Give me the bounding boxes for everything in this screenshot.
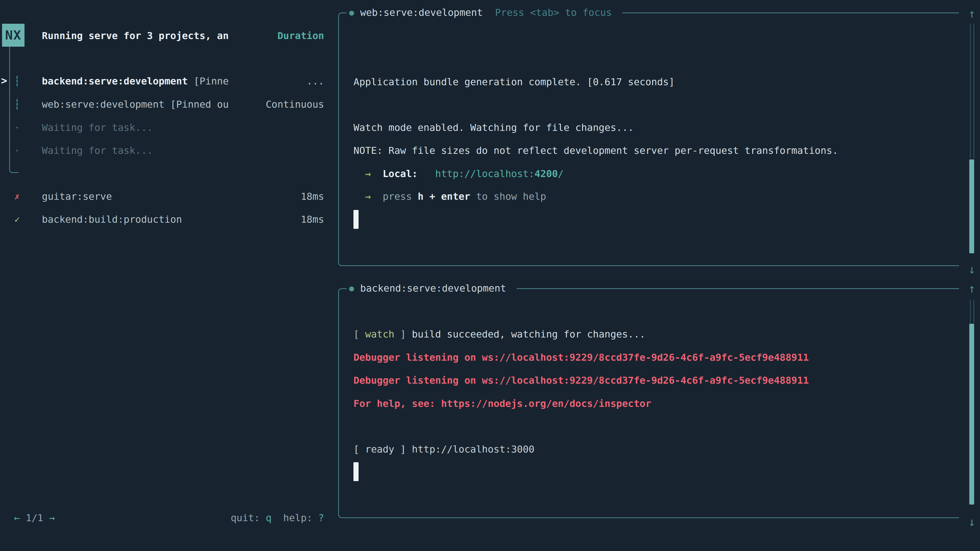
task-name: Waiting for task... — [42, 143, 153, 158]
scroll-up-icon[interactable]: ↑ — [965, 6, 978, 21]
task-name: web:serve:development [Pinned ou — [42, 97, 229, 111]
scrollbar-track[interactable] — [970, 300, 974, 323]
selection-arrow-icon: > — [1, 73, 7, 88]
quit-label: quit: — [231, 512, 266, 524]
text-segment: → — [365, 168, 371, 179]
text-segment: Waiting for task... — [42, 145, 153, 156]
text-segment: Local: — [383, 168, 417, 179]
text-segment: backend:build:production — [42, 214, 182, 225]
panel-title-text: web:serve:development — [360, 5, 483, 20]
console-line: [ ready ] http://localhost:3000 — [353, 442, 535, 456]
text-segment: Watch mode enabled. Watching for file ch… — [353, 122, 634, 133]
console-line: → Local: http://localhost:4200/ — [353, 167, 564, 181]
console-line: Debugger listening on ws://localhost:922… — [353, 350, 809, 365]
task-right-value: ... — [307, 74, 324, 88]
scroll-down-icon[interactable]: ↓ — [965, 515, 978, 529]
scroll-up-icon[interactable]: ↑ — [965, 281, 978, 295]
console-line: For help, see: https://nodejs.org/en/doc… — [353, 396, 651, 411]
console-line: Watch mode enabled. Watching for file ch… — [353, 121, 634, 135]
text-segment: [ ready ] http://localhost:3000 — [353, 444, 535, 455]
url-link[interactable]: 4200 — [535, 168, 558, 179]
text-segment: watch — [365, 329, 394, 340]
text-segment: For help, see: https://nodejs.org/en/doc… — [353, 398, 651, 409]
text-segment: NOTE: Raw file sizes do not reflect deve… — [353, 145, 838, 156]
task-list-title: Running serve for 3 projects, an — [42, 29, 229, 43]
text-segment: [ — [353, 329, 365, 340]
terminal-cursor — [353, 462, 359, 481]
quit-key: q — [266, 512, 272, 524]
text-segment: ] — [394, 329, 412, 340]
text-segment: web:serve:development [Pinned ou — [42, 99, 229, 110]
scroll-down-icon[interactable]: ↓ — [965, 262, 978, 276]
page-indicator-value: 1/1 — [26, 512, 43, 524]
panel-web-serve-title[interactable]: ● web:serve:development Press <tab> to f… — [347, 5, 622, 20]
text-segment: press — [383, 191, 417, 202]
text-segment: to show help — [470, 191, 546, 202]
terminal-cursor — [353, 210, 359, 229]
task-right-value: 18ms — [301, 212, 324, 227]
console-line: → press h + enter to show help — [353, 189, 546, 203]
panel-title-text: backend:serve:development — [360, 281, 506, 295]
duration-column-header: Duration — [277, 29, 324, 43]
text-segment — [353, 191, 365, 202]
success-icon: ✓ — [12, 212, 22, 227]
url-link[interactable]: http://localhost: — [435, 168, 535, 179]
task-right-value: Continuous — [266, 97, 324, 111]
text-segment — [371, 191, 383, 202]
help-key: ? — [318, 512, 324, 524]
focus-hint: Press <tab> to focus — [495, 5, 612, 20]
task-name: Waiting for task... — [42, 121, 153, 135]
waiting_dot-icon: · — [12, 143, 22, 158]
text-segment: Application bundle generation complete. … — [353, 76, 675, 87]
panel-web-serve — [338, 13, 959, 266]
task-name: backend:serve:development [Pinne — [42, 74, 229, 88]
text-segment: guitar:serve — [42, 191, 112, 202]
url-link[interactable]: / — [558, 168, 564, 179]
text-segment — [353, 168, 365, 179]
task-right-value: 18ms — [301, 189, 324, 203]
help-label: help: — [272, 512, 318, 524]
scrollbar-thumb[interactable] — [969, 159, 974, 253]
page-left-icon[interactable]: ← — [14, 512, 20, 524]
scrollbar-thumb[interactable] — [969, 324, 974, 505]
scrollbar-track[interactable] — [970, 24, 974, 159]
console-line: Debugger listening on ws://localhost:922… — [353, 373, 809, 387]
text-segment: Debugger listening on ws://localhost:922… — [353, 352, 809, 363]
text-segment: build succeeded, watching for changes... — [412, 329, 646, 340]
spinner-icon: ┆ — [12, 74, 22, 88]
panel-backend-serve-title[interactable]: ● backend:serve:development — [347, 281, 517, 295]
keybinding-hints: quit: q help: ? — [231, 511, 324, 525]
text-segment: Waiting for task... — [42, 122, 153, 133]
text-segment: backend:serve:development — [42, 76, 194, 87]
task-name: guitar:serve — [42, 189, 112, 203]
task-status-dot-icon: ● — [349, 5, 354, 20]
spacer — [43, 512, 49, 524]
text-segment: Debugger listening on ws://localhost:922… — [353, 375, 809, 386]
page-indicator — [20, 512, 26, 524]
nx-logo: NX — [2, 24, 24, 47]
text-segment — [371, 168, 383, 179]
waiting_dot-icon: · — [12, 121, 22, 135]
text-segment: [Pinne — [194, 76, 229, 87]
text-segment: h + enter — [418, 191, 470, 202]
task-name: backend:build:production — [42, 212, 182, 227]
console-line: NOTE: Raw file sizes do not reflect deve… — [353, 143, 838, 158]
pagination: ← 1/1 → — [14, 511, 55, 525]
console-line: Application bundle generation complete. … — [353, 75, 675, 89]
nx-tui-app: NX Running serve for 3 projects, an Dura… — [0, 0, 980, 551]
task-status-dot-icon: ● — [349, 281, 354, 295]
text-segment: → — [365, 191, 371, 202]
page-right-icon[interactable]: → — [49, 512, 55, 524]
console-line: [ watch ] build succeeded, watching for … — [353, 327, 646, 341]
spinner-icon: ┆ — [12, 97, 22, 111]
error-icon: ✗ — [12, 189, 22, 203]
text-segment — [418, 168, 435, 179]
